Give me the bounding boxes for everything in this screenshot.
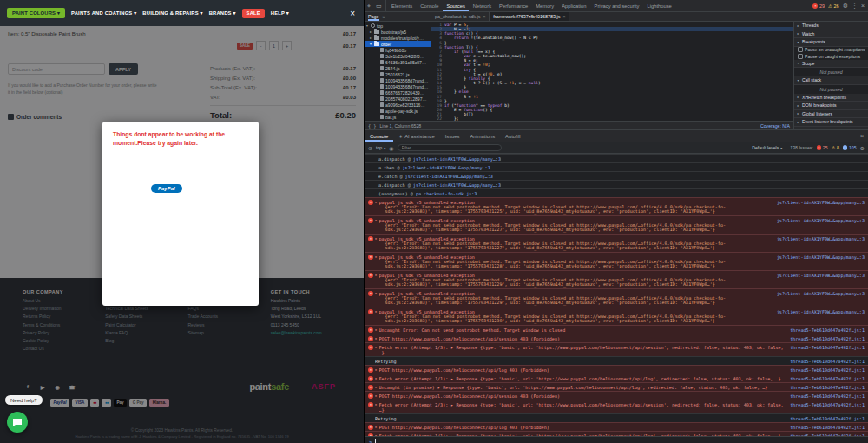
file-tree-item[interactable]: 66876672826439… (365, 89, 431, 96)
message-source-link[interactable]: js?client-id=AX1YF0W…&app/many…:3 (777, 236, 865, 241)
expand-arrow-icon[interactable]: ▸ (375, 425, 378, 430)
file-tree-item[interactable]: 1009433568d7rand… (365, 77, 431, 83)
file-tab-close-icon[interactable]: × (562, 14, 565, 19)
code-editor[interactable]: 1 var P = 5, 2 N = -1; 3 function c() { … (431, 22, 793, 121)
message-source-link[interactable]: js?client-id=AX1YF0W…&app/many…:3 (777, 309, 865, 314)
file-tab-close-icon[interactable]: × (483, 14, 485, 19)
error-badge[interactable]: × 29 (812, 3, 825, 9)
file-tree-item[interactable]: ▾ top (365, 23, 431, 29)
expand-arrow-icon[interactable]: ▸ (375, 255, 378, 260)
file-tree-item[interactable]: 25016621.js (365, 71, 431, 77)
debugger-row[interactable]: ▸ DOM breakpoints (794, 102, 868, 110)
expand-arrow-icon[interactable]: ▸ (375, 367, 378, 373)
debugger-row[interactable]: ▾ Call stack (794, 76, 868, 85)
file-tree-item[interactable]: 208574080212897… (365, 96, 431, 102)
file-tree-item[interactable]: bat.js (365, 114, 431, 120)
page-tab[interactable]: Page (368, 12, 379, 21)
message-source-link[interactable]: thread5-7eb610d647a492f…js:1 (790, 336, 865, 341)
message-source-link[interactable]: thread5-7eb610d647a492f…js:1 (790, 402, 865, 407)
file-tab[interactable]: pa_checkout-fo-sdk.js × (431, 12, 490, 21)
message-source-link[interactable]: pa_checkout-fo-sdk.js:3 (416, 191, 477, 196)
expand-arrow-icon[interactable]: ▸ (375, 376, 378, 381)
message-source-link[interactable]: js?client-id=AX1YF0W…&app/many…:3 (777, 255, 865, 260)
console-prompt[interactable]: > (365, 436, 868, 443)
expand-arrow-icon[interactable]: ▸ (375, 309, 378, 314)
file-tree-item[interactable]: 2544.js (365, 65, 431, 71)
nav-item[interactable]: PAINTS AND COATINGS ▾ (71, 10, 136, 16)
devtools-close-icon[interactable]: × (861, 3, 865, 9)
device-toolbar-icon[interactable]: ▭ (373, 0, 386, 11)
message-source-link[interactable]: js?client-id=AX1YF0W…&app/many…:3 (777, 291, 865, 296)
context-selector[interactable]: top ▾ (376, 145, 385, 150)
expand-arrow-icon[interactable]: ▸ (375, 236, 378, 241)
nav-item[interactable]: HELP ▾ (271, 10, 289, 16)
expand-arrow-icon[interactable]: ▸ (375, 200, 378, 205)
message-source-link[interactable]: thread5-7eb610d647a492f…js:1 (790, 359, 865, 364)
debugger-row[interactable]: Pause on uncaught exceptions (794, 47, 868, 54)
file-tree-item[interactable]: 64636e391c85c97… (365, 59, 431, 65)
expand-arrow-icon[interactable]: ▸ (375, 402, 378, 407)
debugger-row[interactable]: Pause on caught exceptions (794, 53, 868, 60)
overflow-chevron-icon[interactable]: » (383, 14, 385, 19)
drawer-tab[interactable]: Autofill (500, 130, 525, 142)
nav-item[interactable]: PAINT COLOURS ▾ (7, 8, 65, 18)
drawer-tab[interactable]: Animations (464, 130, 500, 142)
inspect-element-icon[interactable]: ⌖ (365, 0, 373, 11)
issues-count-label[interactable]: 138 Issues: (790, 145, 813, 150)
file-tree-item[interactable]: 3de1b23d64f28f3… (365, 53, 431, 59)
nav-item[interactable]: BUILDING & REPAIRS ▾ (142, 10, 202, 16)
drawer-tab[interactable]: Issues (440, 130, 465, 142)
devtools-tab[interactable]: Application (558, 0, 590, 11)
debugger-row[interactable]: ▸ CSP violation breakpoints (794, 127, 868, 130)
drawer-close-icon[interactable]: × (856, 130, 868, 142)
chat-widget-button[interactable] (7, 412, 28, 433)
coverage-link[interactable]: Coverage: N/A (760, 123, 790, 129)
warning-badge[interactable]: ⚠ 26 (828, 3, 839, 9)
debugger-row[interactable]: ▾ Scope (794, 60, 868, 69)
more-options-icon[interactable]: ⋮ (852, 3, 858, 10)
close-icon[interactable]: × (348, 9, 357, 18)
debugger-row[interactable]: ▸ Global listeners (794, 110, 868, 119)
devtools-tab[interactable]: Console (417, 0, 443, 11)
debugger-row[interactable]: ▾ Breakpoints (794, 38, 868, 47)
message-source-link[interactable]: thread5-7eb610d647a492f…js:1 (790, 345, 865, 350)
debugger-row[interactable]: ▸ Threads (794, 22, 868, 30)
nav-item[interactable]: BRANDS ▾ (209, 10, 236, 16)
expand-arrow-icon[interactable]: ▸ (375, 393, 378, 399)
devtools-tab[interactable]: Network (469, 0, 495, 11)
message-source-link[interactable]: js?client-id=AX1YF0W…&app/many…:3 (413, 156, 501, 162)
devtools-tab[interactable]: Memory (532, 0, 558, 11)
nav-item[interactable]: SALE (242, 9, 265, 18)
file-tree-item[interactable]: ▸ bootstrap/js5 (365, 29, 431, 35)
expand-arrow-icon[interactable]: ▸ (375, 327, 378, 333)
expand-arrow-icon[interactable]: ▸ (375, 336, 378, 341)
message-source-link[interactable]: js?client-id=AX1YF0W…&app/many…:3 (405, 174, 493, 179)
pretty-print-icon[interactable]: { } (368, 123, 376, 129)
clear-console-icon[interactable]: ⊘ (368, 145, 372, 151)
debugger-row[interactable]: ▸ Watch (794, 30, 868, 39)
file-tree-item[interactable]: 1009433568d7rand… (365, 83, 431, 89)
expand-arrow-icon[interactable]: ▸ (375, 273, 378, 278)
live-expression-eye-icon[interactable]: ◉ (389, 145, 393, 151)
file-tree-item[interactable]: apple-pay-sdk.js (365, 108, 431, 114)
message-source-link[interactable]: js?client-id=AX1YF0W…&app/many…:3 (403, 165, 490, 170)
message-source-link[interactable]: thread5-7eb610d647a492f…js:1 (790, 367, 865, 373)
file-tree-item[interactable]: ▸ modules/trustpilot/y… (365, 35, 431, 41)
message-source-link[interactable]: js?client-id=AX1YF0W…&app/many…:3 (777, 218, 865, 223)
console-filter-input[interactable] (398, 144, 502, 151)
message-source-link[interactable]: thread5-7eb610d647a492f…js:1 (790, 416, 865, 421)
expand-arrow-icon[interactable]: ▸ (375, 218, 378, 223)
devtools-tab[interactable]: Performance (496, 0, 532, 11)
drawer-tab[interactable]: Console (365, 130, 393, 142)
log-levels-dropdown[interactable]: Default levels ▾ (752, 145, 782, 150)
message-source-link[interactable]: thread5-7eb610d647a492f…js:1 (790, 385, 865, 390)
expand-arrow-icon[interactable]: ▸ (375, 385, 378, 390)
debugger-row[interactable]: ▸ XHR/fetch breakpoints (794, 94, 868, 102)
expand-arrow-icon[interactable]: ▸ (375, 291, 378, 296)
devtools-tab[interactable]: Sources (443, 0, 469, 11)
message-source-link[interactable]: js?client-id=AX1YF0W…&app/many…:3 (777, 273, 865, 278)
devtools-tab[interactable]: Lighthouse (643, 0, 675, 11)
checkbox[interactable] (798, 54, 803, 59)
message-source-link[interactable]: js?client-id=AX1YF0W…&app/many…:3 (413, 182, 501, 188)
debugger-row[interactable]: ▸ Event listener breakpoints (794, 118, 868, 127)
